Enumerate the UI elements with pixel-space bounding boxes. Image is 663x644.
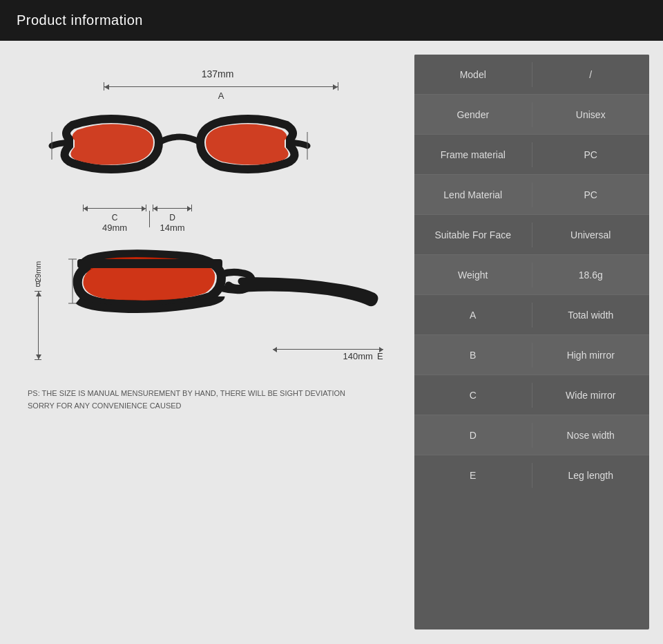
e-line bbox=[273, 349, 383, 350]
spec-key-10: E bbox=[414, 463, 532, 488]
spec-row-5: Weight 18.6g bbox=[414, 255, 649, 295]
spec-row-6: A Total width bbox=[414, 295, 649, 335]
spec-key-1: Gender bbox=[414, 102, 532, 127]
e-labels: 140mm E bbox=[343, 351, 383, 361]
d-tick-right bbox=[191, 205, 192, 211]
spec-value-9: Nose width bbox=[532, 423, 650, 448]
spec-value-3: PC bbox=[532, 182, 650, 207]
d-line bbox=[153, 208, 191, 209]
c-letter: C bbox=[112, 213, 118, 222]
spec-value-10: Leg length bbox=[532, 463, 650, 488]
spec-row-3: Lend Material PC bbox=[414, 175, 649, 215]
spec-value-1: Unisex bbox=[532, 102, 650, 127]
spec-value-0: / bbox=[532, 62, 650, 87]
dimension-a-arrow bbox=[104, 82, 338, 91]
spec-key-5: Weight bbox=[414, 263, 532, 287]
d-value: 14mm bbox=[160, 222, 184, 233]
arrow-line-a bbox=[104, 86, 338, 87]
spec-key-9: D bbox=[414, 423, 532, 448]
spec-row-10: E Leg length bbox=[414, 455, 649, 495]
svg-rect-2 bbox=[77, 259, 222, 268]
spec-row-9: D Nose width bbox=[414, 415, 649, 455]
e-dimension: 140mm E bbox=[273, 349, 383, 361]
spec-key-3: Lend Material bbox=[414, 182, 532, 207]
spec-key-8: C bbox=[414, 383, 532, 408]
ps-note: PS: THE SIZE IS MANUAL MENSUREMENT BY HA… bbox=[28, 388, 359, 412]
d-arrow bbox=[153, 205, 192, 211]
dimension-a-value: 137mm bbox=[48, 68, 387, 79]
spec-row-0: Model / bbox=[414, 55, 649, 95]
page-header: Product information bbox=[0, 0, 663, 41]
spec-value-6: Total width bbox=[532, 303, 650, 328]
d-dimension: D 14mm bbox=[153, 205, 192, 233]
c-tick-right bbox=[146, 205, 146, 211]
right-panel: Model / Gender Unisex Frame material PC … bbox=[414, 55, 649, 629]
spec-row-2: Frame material PC bbox=[414, 135, 649, 175]
b-mm-label: 29mm bbox=[34, 261, 42, 283]
c-dimension: C 49mm bbox=[83, 205, 146, 233]
left-panel: 137mm A bbox=[0, 41, 414, 643]
e-arrow-row bbox=[273, 349, 383, 350]
page-title: Product information bbox=[17, 12, 143, 28]
glasses-top-view bbox=[48, 108, 311, 198]
side-glasses-section: 29mm B bbox=[28, 247, 387, 374]
main-content: 137mm A bbox=[0, 41, 663, 643]
cd-separator bbox=[149, 211, 150, 227]
spec-row-1: Gender Unisex bbox=[414, 95, 649, 135]
spec-row-8: C Wide mirror bbox=[414, 375, 649, 415]
spec-key-0: Model bbox=[414, 62, 532, 87]
spec-value-7: High mirror bbox=[532, 343, 650, 368]
c-value: 49mm bbox=[102, 222, 127, 233]
b-tick-bottom bbox=[35, 359, 41, 360]
spec-value-5: 18.6g bbox=[532, 263, 650, 287]
b-arrow bbox=[35, 291, 41, 360]
spec-row-7: B High mirror bbox=[414, 335, 649, 375]
spec-row-4: Suitable For Face Universal bbox=[414, 215, 649, 255]
tick-right bbox=[338, 82, 338, 91]
spec-key-2: Frame material bbox=[414, 142, 532, 167]
e-value: 140mm bbox=[343, 351, 373, 361]
c-arrow bbox=[83, 205, 146, 211]
b-line bbox=[38, 292, 39, 359]
spec-value-4: Universal bbox=[532, 222, 650, 247]
spec-value-8: Wide mirror bbox=[532, 383, 650, 408]
spec-key-7: B bbox=[414, 343, 532, 368]
spec-key-6: A bbox=[414, 303, 532, 328]
dimension-a-row: A bbox=[55, 82, 387, 101]
c-line bbox=[84, 208, 146, 209]
b-dimension: 29mm B bbox=[28, 267, 49, 360]
d-letter: D bbox=[169, 213, 175, 222]
spec-value-2: PC bbox=[532, 142, 650, 167]
e-letter: E bbox=[377, 351, 383, 361]
top-glasses-diagram: 137mm A bbox=[48, 68, 387, 233]
dimension-a-letter: A bbox=[218, 91, 224, 101]
side-glasses-container: 140mm E bbox=[52, 247, 383, 374]
cd-dimensions: C 49mm D 14mm bbox=[83, 205, 387, 233]
spec-key-4: Suitable For Face bbox=[414, 222, 532, 247]
